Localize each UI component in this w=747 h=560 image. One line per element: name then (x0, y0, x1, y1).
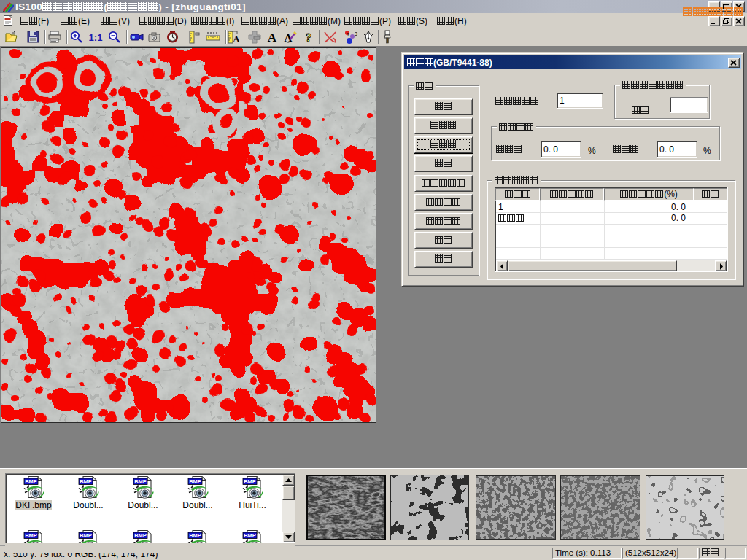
svg-text:BMP: BMP (80, 478, 92, 485)
svg-text:A: A (268, 31, 277, 44)
svg-text:1:1: 1:1 (89, 32, 103, 43)
svg-text:1: 1 (347, 32, 349, 37)
svg-text:A: A (233, 34, 240, 44)
svg-text:BMP: BMP (25, 478, 37, 485)
svg-text:?: ? (306, 31, 312, 44)
svg-text:BMP: BMP (134, 532, 147, 539)
svg-text:BMP: BMP (134, 478, 147, 485)
svg-text:3: 3 (355, 31, 357, 36)
svg-text:BMP: BMP (189, 532, 201, 539)
svg-text:BMP: BMP (80, 532, 92, 539)
svg-text:BMP: BMP (189, 478, 201, 485)
svg-text:BMP: BMP (244, 478, 256, 485)
svg-text:BMP: BMP (25, 532, 37, 539)
svg-text:BMP: BMP (244, 532, 256, 539)
